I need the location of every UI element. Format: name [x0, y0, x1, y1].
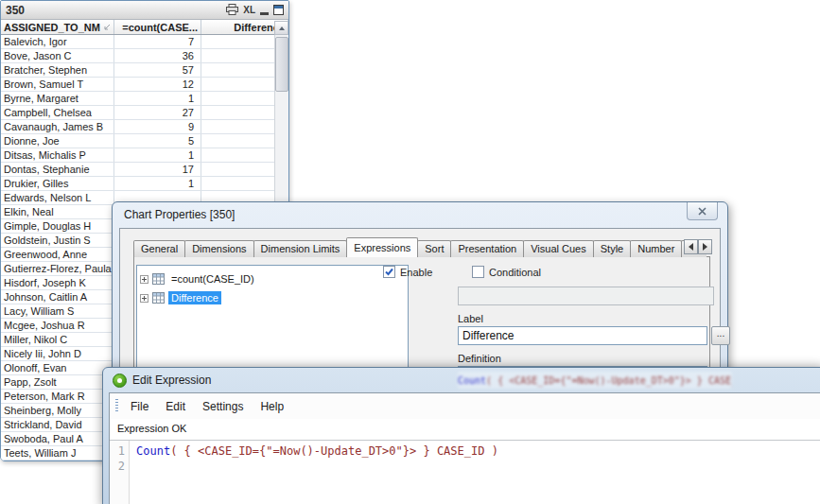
code-rest: ( { <CASE_ID={"=Now()-Update_DT>0"}> } C…	[170, 444, 498, 458]
tab-number[interactable]: Number	[630, 240, 682, 257]
table-cell: Brown, Samuel T	[1, 78, 114, 91]
check-icon	[384, 267, 394, 277]
menu-help[interactable]: Help	[252, 397, 292, 416]
tab-strip: GeneralDimensionsDimension LimitsExpress…	[133, 237, 707, 257]
close-icon	[698, 207, 707, 216]
table-cell: Elkin, Neal	[1, 205, 114, 218]
table-cell: Gimple, Douglas H	[1, 219, 114, 233]
table-cell: Miller, Nikol C	[1, 333, 114, 346]
label-field[interactable]	[458, 326, 707, 345]
menu-file[interactable]: File	[122, 397, 157, 416]
conditional-checkbox[interactable]	[472, 266, 484, 278]
table-cell: 36	[114, 49, 201, 62]
qlikview-app-icon	[113, 374, 127, 388]
tab-dimension-limits[interactable]: Dimension Limits	[253, 240, 348, 257]
table-row[interactable]: Byrne, Margaret10	[1, 92, 288, 106]
table-title: 350	[6, 4, 226, 17]
minimize-icon[interactable]	[260, 12, 269, 15]
tab-scroll-arrows	[684, 239, 712, 254]
label-field-caption: Label	[458, 313, 483, 324]
chevron-right-icon	[703, 243, 707, 251]
line-number: 2	[110, 459, 125, 474]
expand-plus-icon[interactable]	[140, 275, 148, 284]
toolbar-grip-icon[interactable]	[115, 399, 118, 413]
tab-sort[interactable]: Sort	[417, 240, 451, 257]
expression-item[interactable]: =count(CASE_ID)	[140, 269, 405, 288]
expression-grid-icon	[152, 292, 165, 304]
table-row[interactable]: Brown, Samuel T120	[1, 78, 288, 92]
tab-expressions[interactable]: Expressions	[346, 237, 418, 257]
table-cell: Bratcher, Stephen	[1, 63, 114, 77]
scrollbar-thumb[interactable]	[275, 37, 288, 92]
table-row[interactable]: Ditsas, Michalis P10	[1, 148, 288, 163]
table-cell: Teets, William J	[1, 446, 114, 460]
column-header-assigned-to[interactable]: ASSIGNED_TO_NM	[1, 20, 114, 34]
table-cell: 5	[114, 134, 201, 148]
menu-items: FileEditSettingsHelp	[122, 397, 292, 416]
table-cell: Dionne, Joe	[1, 134, 114, 148]
table-cell: Nicely Iii, John D	[1, 347, 114, 360]
edit-expression-content: FileEditSettingsHelp Expression OK 12 Co…	[109, 392, 820, 504]
table-cell: Hisdorf, Joseph K	[1, 276, 114, 289]
sort-icon	[103, 22, 111, 33]
table-cell: 57	[114, 63, 201, 77]
table-cell: 1	[114, 177, 201, 190]
expression-label: Difference	[168, 291, 221, 304]
table-row[interactable]: Drukier, Gilles10	[1, 177, 288, 191]
table-cell: Sheinberg, Molly	[1, 404, 114, 417]
tab-style[interactable]: Style	[593, 240, 631, 257]
table-cell: 1	[114, 92, 201, 105]
qlikview-sheet: 350 XL ASSIGNED_TO_NM =count(CASE... D	[0, 0, 820, 504]
enable-checkbox[interactable]	[383, 266, 395, 278]
table-cell: Olonoff, Evan	[1, 361, 114, 374]
code-keyword: Count	[136, 444, 170, 458]
table-cell: Campbell, Chelsea	[1, 106, 114, 119]
scroll-up-button[interactable]	[274, 21, 288, 35]
edit-expression-title: Edit Expression	[132, 374, 211, 387]
enable-label: Enable	[400, 267, 432, 278]
edit-expression-titlebar[interactable]: Edit Expression Count( { <CASE_ID={"=Now…	[103, 368, 820, 392]
expression-editor[interactable]: 12 Count( { <CASE_ID={"=Now()-Update_DT>…	[110, 440, 820, 504]
tab-dimensions[interactable]: Dimensions	[184, 240, 253, 257]
tab-general[interactable]: General	[133, 240, 185, 257]
table-cell: Edwards, Nelson L	[1, 191, 114, 204]
tab-presentation[interactable]: Presentation	[450, 240, 524, 257]
dialog-title: Chart Properties [350]	[124, 208, 235, 221]
table-row[interactable]: Campbell, Chelsea270	[1, 106, 288, 120]
table-cell: Gutierrez-Florez, Paula	[1, 262, 114, 275]
table-row[interactable]: Balevich, Igor70	[1, 35, 288, 49]
table-row[interactable]: Cavanaugh, James B90	[1, 120, 288, 134]
tab-scroll-right-button[interactable]	[698, 239, 712, 254]
expression-code-line[interactable]: Count( { <CASE_ID={"=Now()-Update_DT>0"}…	[130, 441, 498, 504]
table-cell: 12	[114, 78, 201, 91]
table-caption-bar[interactable]: 350 XL	[1, 1, 288, 20]
expression-label: =count(CASE_ID)	[168, 272, 257, 286]
line-number-gutter: 12	[110, 441, 130, 504]
table-cell: 7	[114, 35, 201, 48]
menu-settings[interactable]: Settings	[194, 397, 252, 416]
glass-blurred-definition: Count( { <CASE_ID={"=Now()-Update_DT>0"}…	[458, 372, 732, 389]
table-row[interactable]: Dionne, Joe50	[1, 134, 288, 148]
column-header-count[interactable]: =count(CASE...	[114, 20, 201, 34]
conditional-checkbox-row: Conditional	[472, 266, 541, 278]
menu-edit[interactable]: Edit	[157, 397, 194, 416]
table-cell: Goldstein, Justin S	[1, 234, 114, 247]
table-cell: Dontas, Stephanie	[1, 163, 114, 176]
table-cell: Greenwood, Anne	[1, 248, 114, 261]
expand-plus-icon[interactable]	[140, 294, 148, 303]
maximize-icon[interactable]	[273, 2, 284, 19]
close-button[interactable]	[687, 202, 718, 220]
table-row[interactable]: Bratcher, Stephen570	[1, 63, 288, 78]
expression-item[interactable]: Difference	[140, 288, 405, 307]
table-cell: 27	[114, 106, 201, 119]
table-cell: Cavanaugh, James B	[1, 120, 114, 133]
table-row[interactable]: Bove, Jason C360	[1, 49, 288, 63]
label-ellipsis-button[interactable]: ...	[711, 326, 730, 345]
excel-export-icon[interactable]: XL	[243, 5, 255, 15]
tab-scroll-left-button[interactable]	[684, 239, 698, 254]
caption-icons: XL	[226, 2, 284, 19]
print-icon[interactable]	[226, 2, 238, 19]
table-row[interactable]: Dontas, Stephanie170	[1, 163, 288, 177]
tab-visual-cues[interactable]: Visual Cues	[523, 240, 594, 257]
expression-grid-icon	[152, 273, 165, 285]
